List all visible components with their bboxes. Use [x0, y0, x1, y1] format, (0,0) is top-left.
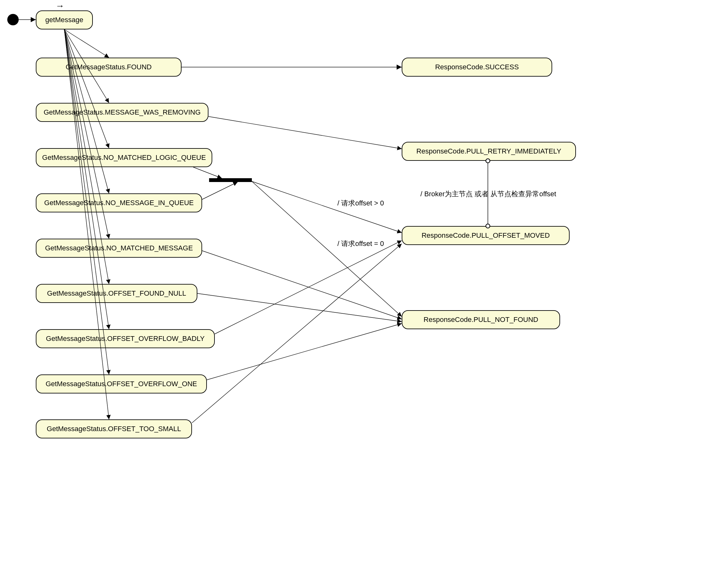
node-getMessage: getMessage: [36, 10, 93, 29]
node-response-pull-not-found: ResponseCode.PULL_NOT_FOUND: [402, 310, 560, 329]
node-label: GetMessageStatus.OFFSET_FOUND_NULL: [47, 289, 186, 298]
node-response-pull-retry-immediately: ResponseCode.PULL_RETRY_IMMEDIATELY: [402, 142, 576, 161]
node-label: ResponseCode.PULL_NOT_FOUND: [423, 315, 538, 324]
edge-label-broker-master: / Broker为主节点 或者 从节点检查异常offset: [420, 189, 556, 199]
initial-state: [7, 14, 19, 25]
edge-removing-to-retry: [208, 116, 402, 149]
arrow-glyph: →: [55, 1, 64, 11]
edge-noMsg-to-bar: [202, 182, 238, 199]
node-no-matched-message: GetMessageStatus.NO_MATCHED_MESSAGE: [36, 239, 202, 258]
node-offset-overflow-badly: GetMessageStatus.OFFSET_OVERFLOW_BADLY: [36, 329, 215, 348]
edge-noLogic-to-bar: [193, 167, 222, 178]
node-label: ResponseCode.PULL_RETRY_IMMEDIATELY: [416, 147, 561, 156]
node-no-matched-logic-queue: GetMessageStatus.NO_MATCHED_LOGIC_QUEUE: [36, 148, 212, 167]
node-label: GetMessageStatus.MESSAGE_WAS_REMOVING: [44, 108, 201, 116]
edge-offOverOne-to-notFound: [207, 324, 402, 380]
node-response-success: ResponseCode.SUCCESS: [402, 58, 552, 77]
node-offset-found-null: GetMessageStatus.OFFSET_FOUND_NULL: [36, 284, 198, 303]
fork-join-bar: [209, 178, 252, 182]
edge-label-offset-eq0: / 请求offset = 0: [337, 239, 384, 248]
node-no-message-in-queue: GetMessageStatus.NO_MESSAGE_IN_QUEUE: [36, 193, 202, 212]
activity-diagram: → getMessage GetMessageStatus.FOUND GetM…: [0, 0, 728, 578]
edge-offTooSmall-to-moved: [192, 244, 402, 423]
edge-label-offset-gt0: / 请求offset > 0: [337, 198, 384, 208]
node-message-was-removing: GetMessageStatus.MESSAGE_WAS_REMOVING: [36, 103, 208, 122]
node-label: GetMessageStatus.OFFSET_OVERFLOW_ONE: [46, 380, 197, 388]
node-label: ResponseCode.PULL_OFFSET_MOVED: [422, 231, 550, 240]
edge-noMatched-to-notFound: [202, 251, 402, 319]
node-label: ResponseCode.SUCCESS: [435, 63, 519, 71]
node-label: GetMessageStatus.FOUND: [66, 63, 151, 71]
node-label: getMessage: [45, 16, 83, 24]
node-offset-overflow-one: GetMessageStatus.OFFSET_OVERFLOW_ONE: [36, 375, 207, 393]
edge-getMessage-to-found: [64, 29, 109, 58]
node-found: GetMessageStatus.FOUND: [36, 58, 182, 77]
edge-getMessage-to-noLogic: [64, 29, 109, 148]
node-label: GetMessageStatus.NO_MATCHED_MESSAGE: [45, 244, 193, 252]
edge-offOverBadly-to-moved: [215, 241, 402, 334]
node-label: GetMessageStatus.OFFSET_OVERFLOW_BADLY: [46, 335, 205, 343]
node-offset-too-small: GetMessageStatus.OFFSET_TOO_SMALL: [36, 419, 192, 438]
node-label: GetMessageStatus.NO_MATCHED_LOGIC_QUEUE: [42, 154, 206, 162]
node-response-pull-offset-moved: ResponseCode.PULL_OFFSET_MOVED: [402, 226, 570, 245]
edge-getMessage-to-offTooSmall: [64, 29, 109, 419]
node-label: GetMessageStatus.NO_MESSAGE_IN_QUEUE: [44, 199, 194, 207]
node-label: GetMessageStatus.OFFSET_TOO_SMALL: [47, 425, 181, 433]
edge-offNull-to-notFound: [198, 294, 402, 322]
